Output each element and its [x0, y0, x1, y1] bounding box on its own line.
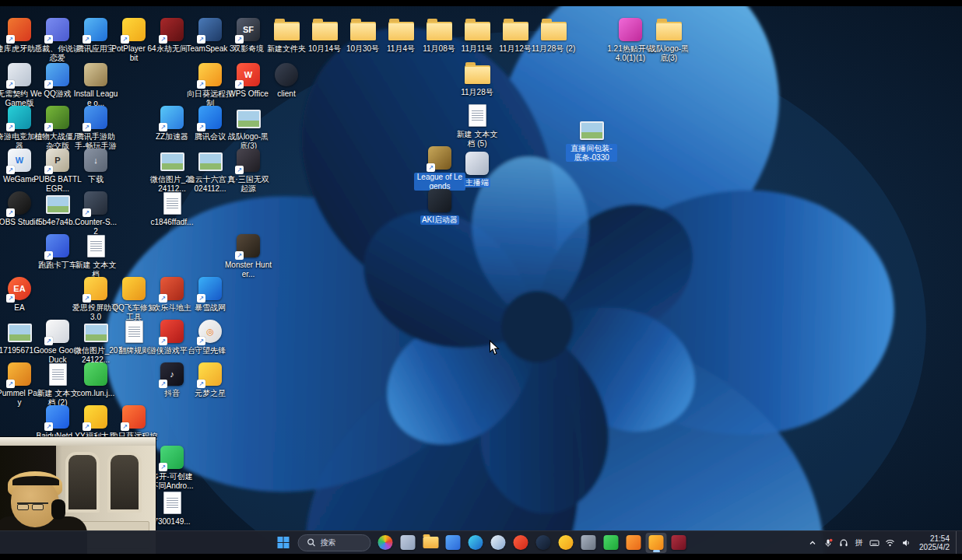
taskbar-app-browser[interactable] — [488, 533, 509, 553]
desktop-icon[interactable]: 新建 文本文档 (5) — [451, 101, 504, 148]
app-icon: ↗ — [196, 275, 224, 303]
desktop-icon[interactable]: ↗Counter-S... 2 — [69, 189, 122, 236]
desktop-icon[interactable]: 11月28号 (2) — [527, 16, 580, 54]
desktop-icon[interactable]: 战队logo-黑底(3) — [222, 103, 275, 150]
desktop-icon[interactable]: AKI启动器 — [413, 187, 466, 225]
tray-chevron-up-icon[interactable] — [805, 534, 820, 552]
app-icon: ↗ — [158, 16, 186, 44]
desktop-icon[interactable]: 直播间包装-底条-0330 — [565, 115, 618, 162]
taskbar-app-store[interactable] — [443, 533, 464, 553]
shortcut-arrow-icon: ↗ — [6, 80, 15, 89]
shortcut-arrow-icon: ↗ — [121, 35, 129, 44]
taskbar-app-wps[interactable] — [511, 533, 532, 553]
desktop-icon[interactable]: ↗元梦之星 — [184, 360, 237, 398]
taskbar-app-edge[interactable] — [465, 533, 486, 553]
taskbar-app-steam[interactable] — [533, 533, 554, 553]
app-icon: ↗ — [5, 189, 33, 217]
desktop-icon[interactable]: client — [260, 61, 313, 99]
app-icon: ↗ — [158, 275, 186, 303]
desktop-icon[interactable]: 战队logo-黑底(3) — [642, 16, 695, 62]
folder-icon — [501, 16, 529, 44]
desktop-icon[interactable]: ↗腾讯手游助手-畅玩手游 — [69, 103, 122, 150]
folder-icon — [272, 16, 300, 44]
touch-keyboard-icon[interactable] — [867, 534, 882, 552]
app-icon — [120, 275, 148, 303]
app-icon: ↗ — [44, 317, 72, 345]
icon-label: 下载 — [86, 175, 105, 184]
search-icon — [307, 538, 316, 547]
glasses-icon — [17, 502, 48, 510]
shortcut-arrow-icon: ↗ — [159, 337, 167, 345]
doc-icon — [158, 488, 186, 516]
desktop-icon[interactable]: 新建 文本文档 — [69, 232, 122, 278]
windows-logo-icon — [277, 537, 290, 549]
headphones-earcup-icon — [51, 499, 65, 520]
desktop-icon[interactable]: ◎↗守望先锋 — [184, 317, 237, 355]
shortcut-arrow-icon: ↗ — [83, 35, 91, 44]
app-icon: ↗ — [158, 317, 186, 345]
shortcut-arrow-icon: ↗ — [6, 123, 15, 131]
folder-icon — [463, 59, 491, 87]
desktop-icon[interactable]: EA↗EA — [0, 275, 46, 313]
shortcut-arrow-icon: ↗ — [197, 294, 205, 303]
shortcut-arrow-icon: ↗ — [83, 422, 91, 431]
app-icon: ↗ — [426, 144, 454, 172]
shortcut-arrow-icon: ↗ — [159, 294, 167, 303]
desktop-icon[interactable]: 11月28号 — [451, 59, 504, 97]
doc-icon — [158, 189, 186, 217]
desktop-icon[interactable]: ↗暴雪战网 — [184, 275, 237, 313]
desktop-icon[interactable]: c1846ffadf... — [146, 189, 198, 227]
shortcut-arrow-icon: ↗ — [197, 123, 205, 131]
doc-icon — [44, 360, 72, 388]
shortcut-arrow-icon: ↗ — [44, 422, 53, 431]
image-icon — [44, 189, 72, 217]
desktop-icon[interactable]: 主播端 — [451, 149, 504, 187]
ime-indicator[interactable]: 拼 — [851, 534, 866, 552]
taskbar-app-task-view[interactable] — [398, 533, 419, 553]
taskbar-app-file-explorer[interactable] — [420, 533, 441, 553]
taskbar-clock[interactable]: 21:54 2025/4/2 — [914, 534, 955, 551]
widgets-icon — [378, 535, 393, 550]
headset-icon[interactable] — [836, 534, 851, 552]
taskbar-app-game-controller[interactable] — [578, 533, 599, 553]
app-icon — [616, 16, 644, 44]
app-icon: ↗ — [158, 103, 186, 131]
app-icon: ↗ — [234, 232, 262, 260]
volume-icon[interactable] — [898, 534, 913, 552]
taskbar-search[interactable]: 搜索 — [298, 534, 371, 551]
app-icon: SF↗ — [234, 16, 262, 44]
start-button[interactable] — [273, 533, 294, 552]
desktop-icon[interactable]: com.lun.j... — [69, 360, 122, 398]
browser-icon — [491, 535, 506, 550]
show-desktop-button[interactable] — [956, 531, 960, 554]
taskbar-app-potplayer[interactable] — [646, 533, 667, 553]
network-icon[interactable] — [883, 534, 897, 552]
icon-label: 11月4号 — [385, 44, 416, 54]
taskbar-app-orange-app[interactable] — [623, 533, 644, 553]
cabinet-glass-door — [65, 452, 100, 513]
game-controller-icon — [581, 535, 596, 550]
icon-label: 7300149... — [152, 517, 191, 527]
taskbar-app-widgets[interactable] — [375, 533, 396, 553]
icon-label: 守望先锋 — [193, 346, 227, 355]
shortcut-arrow-icon: ↗ — [83, 208, 91, 217]
shortcut-arrow-icon: ↗ — [197, 337, 205, 345]
shortcut-arrow-icon: ↗ — [83, 123, 91, 131]
desktop-icon[interactable]: ↓下载 — [69, 146, 122, 184]
folder-icon — [311, 16, 339, 44]
icon-label: 元梦之星 — [193, 389, 227, 398]
letterbox-top — [0, 0, 962, 6]
taskbar-app-huya[interactable] — [556, 533, 577, 553]
shortcut-arrow-icon: ↗ — [159, 380, 167, 388]
image-icon — [234, 103, 262, 131]
app-icon: W↗ — [5, 146, 33, 174]
desktop-icon[interactable]: ↗真·三国无双 起源 — [222, 146, 275, 193]
taskbar-app-green-app[interactable] — [601, 533, 622, 553]
taskbar-app-red-app[interactable] — [669, 533, 690, 553]
desktop-icon[interactable]: ↗Monster Hunter... — [222, 232, 275, 278]
shortcut-arrow-icon: ↗ — [6, 294, 15, 303]
desktop-icon[interactable]: Install League o... — [69, 61, 122, 107]
app-icon: ↗ — [196, 16, 224, 44]
mic-icon[interactable] — [820, 534, 835, 552]
app-icon: ↗ — [196, 360, 224, 388]
